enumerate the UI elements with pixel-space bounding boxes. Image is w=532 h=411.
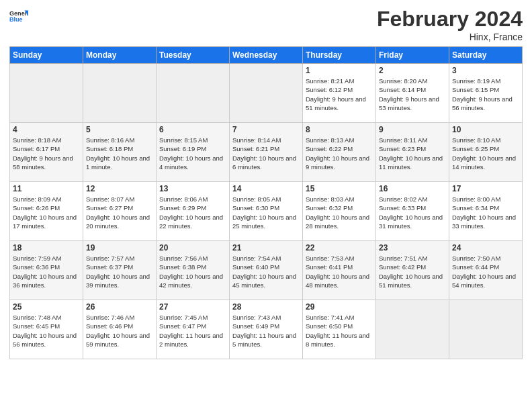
day-number: 7 <box>232 125 300 134</box>
calendar-header-row: Sunday Monday Tuesday Wednesday Thursday… <box>10 47 523 64</box>
table-row: 9Sunrise: 8:11 AM Sunset: 6:23 PM Daylig… <box>376 123 449 182</box>
table-row: 2Sunrise: 8:20 AM Sunset: 6:14 PM Daylig… <box>376 64 449 123</box>
day-number: 12 <box>86 184 153 193</box>
location: Hinx, France <box>377 32 523 42</box>
col-saturday: Saturday <box>449 47 523 64</box>
day-info: Sunrise: 8:20 AM Sunset: 6:14 PM Dayligh… <box>379 77 446 112</box>
day-number: 14 <box>232 184 300 193</box>
day-number: 28 <box>232 302 300 312</box>
day-info: Sunrise: 7:45 AM Sunset: 6:47 PM Dayligh… <box>159 313 226 349</box>
table-row: 19Sunrise: 7:57 AM Sunset: 6:37 PM Dayli… <box>83 241 157 300</box>
day-info: Sunrise: 7:56 AM Sunset: 6:38 PM Dayligh… <box>159 254 226 289</box>
calendar-week-row: 4Sunrise: 8:18 AM Sunset: 6:17 PM Daylig… <box>10 123 523 182</box>
day-number: 21 <box>232 243 300 253</box>
table-row: 1Sunrise: 8:21 AM Sunset: 6:12 PM Daylig… <box>303 64 376 123</box>
day-number: 3 <box>452 66 519 75</box>
table-row: 28Sunrise: 7:43 AM Sunset: 6:49 PM Dayli… <box>230 300 303 359</box>
table-row: 29Sunrise: 7:41 AM Sunset: 6:50 PM Dayli… <box>303 300 376 359</box>
table-row: 27Sunrise: 7:45 AM Sunset: 6:47 PM Dayli… <box>157 300 230 359</box>
calendar-week-row: 18Sunrise: 7:59 AM Sunset: 6:36 PM Dayli… <box>10 241 523 300</box>
table-row: 11Sunrise: 8:09 AM Sunset: 6:26 PM Dayli… <box>10 182 83 241</box>
day-info: Sunrise: 8:13 AM Sunset: 6:22 PM Dayligh… <box>306 136 373 171</box>
day-info: Sunrise: 8:11 AM Sunset: 6:23 PM Dayligh… <box>379 136 446 171</box>
table-row <box>10 64 83 123</box>
day-number: 16 <box>379 184 446 193</box>
day-number: 26 <box>86 302 153 312</box>
day-number: 1 <box>306 66 373 75</box>
day-number: 8 <box>306 125 373 134</box>
day-info: Sunrise: 7:41 AM Sunset: 6:50 PM Dayligh… <box>306 313 373 349</box>
day-info: Sunrise: 8:18 AM Sunset: 6:17 PM Dayligh… <box>13 136 80 171</box>
day-info: Sunrise: 8:02 AM Sunset: 6:33 PM Dayligh… <box>379 195 446 230</box>
day-info: Sunrise: 8:07 AM Sunset: 6:27 PM Dayligh… <box>86 195 153 230</box>
day-info: Sunrise: 8:00 AM Sunset: 6:34 PM Dayligh… <box>452 195 519 230</box>
day-number: 4 <box>13 125 80 134</box>
table-row: 17Sunrise: 8:00 AM Sunset: 6:34 PM Dayli… <box>449 182 523 241</box>
table-row: 26Sunrise: 7:46 AM Sunset: 6:46 PM Dayli… <box>83 300 157 359</box>
day-info: Sunrise: 8:10 AM Sunset: 6:25 PM Dayligh… <box>452 136 519 171</box>
day-number: 25 <box>13 302 80 312</box>
table-row: 15Sunrise: 8:03 AM Sunset: 6:32 PM Dayli… <box>303 182 376 241</box>
day-info: Sunrise: 8:06 AM Sunset: 6:29 PM Dayligh… <box>159 195 226 230</box>
table-row: 6Sunrise: 8:15 AM Sunset: 6:19 PM Daylig… <box>157 123 230 182</box>
day-info: Sunrise: 8:16 AM Sunset: 6:18 PM Dayligh… <box>86 136 153 171</box>
day-info: Sunrise: 8:19 AM Sunset: 6:15 PM Dayligh… <box>452 77 519 112</box>
logo: General Blue <box>9 7 31 26</box>
day-number: 27 <box>159 302 226 312</box>
col-friday: Friday <box>376 47 449 64</box>
day-info: Sunrise: 8:21 AM Sunset: 6:12 PM Dayligh… <box>306 77 373 112</box>
day-number: 13 <box>159 184 226 193</box>
table-row: 14Sunrise: 8:05 AM Sunset: 6:30 PM Dayli… <box>230 182 303 241</box>
table-row: 23Sunrise: 7:51 AM Sunset: 6:42 PM Dayli… <box>376 241 449 300</box>
table-row: 8Sunrise: 8:13 AM Sunset: 6:22 PM Daylig… <box>303 123 376 182</box>
day-number: 29 <box>306 302 373 312</box>
table-row: 16Sunrise: 8:02 AM Sunset: 6:33 PM Dayli… <box>376 182 449 241</box>
table-row: 13Sunrise: 8:06 AM Sunset: 6:29 PM Dayli… <box>157 182 230 241</box>
calendar-week-row: 25Sunrise: 7:48 AM Sunset: 6:45 PM Dayli… <box>10 300 523 359</box>
col-tuesday: Tuesday <box>157 47 230 64</box>
day-number: 20 <box>159 243 226 253</box>
page-container: General Blue February 2024 Hinx, France … <box>0 0 532 366</box>
table-row: 22Sunrise: 7:53 AM Sunset: 6:41 PM Dayli… <box>303 241 376 300</box>
table-row <box>376 300 449 359</box>
table-row: 4Sunrise: 8:18 AM Sunset: 6:17 PM Daylig… <box>10 123 83 182</box>
table-row: 3Sunrise: 8:19 AM Sunset: 6:15 PM Daylig… <box>449 64 523 123</box>
day-number: 22 <box>306 243 373 253</box>
table-row <box>157 64 230 123</box>
day-number: 15 <box>306 184 373 193</box>
month-title: February 2024 <box>377 7 523 32</box>
day-number: 17 <box>452 184 519 193</box>
table-row: 21Sunrise: 7:54 AM Sunset: 6:40 PM Dayli… <box>230 241 303 300</box>
table-row: 25Sunrise: 7:48 AM Sunset: 6:45 PM Dayli… <box>10 300 83 359</box>
day-number: 5 <box>86 125 153 134</box>
day-info: Sunrise: 8:03 AM Sunset: 6:32 PM Dayligh… <box>306 195 373 230</box>
day-number: 18 <box>13 243 80 253</box>
table-row: 18Sunrise: 7:59 AM Sunset: 6:36 PM Dayli… <box>10 241 83 300</box>
table-row: 24Sunrise: 7:50 AM Sunset: 6:44 PM Dayli… <box>449 241 523 300</box>
day-number: 6 <box>159 125 226 134</box>
col-wednesday: Wednesday <box>230 47 303 64</box>
day-info: Sunrise: 7:51 AM Sunset: 6:42 PM Dayligh… <box>379 254 446 289</box>
table-row: 20Sunrise: 7:56 AM Sunset: 6:38 PM Dayli… <box>157 241 230 300</box>
day-number: 11 <box>13 184 80 193</box>
day-number: 19 <box>86 243 153 253</box>
day-info: Sunrise: 7:48 AM Sunset: 6:45 PM Dayligh… <box>13 313 80 349</box>
title-block: February 2024 Hinx, France <box>377 7 523 42</box>
col-monday: Monday <box>83 47 157 64</box>
day-number: 10 <box>452 125 519 134</box>
day-info: Sunrise: 7:59 AM Sunset: 6:36 PM Dayligh… <box>13 254 80 289</box>
svg-text:Blue: Blue <box>9 16 23 23</box>
day-info: Sunrise: 8:14 AM Sunset: 6:21 PM Dayligh… <box>232 136 300 171</box>
day-info: Sunrise: 7:43 AM Sunset: 6:49 PM Dayligh… <box>232 313 300 349</box>
day-number: 23 <box>379 243 446 253</box>
table-row: 12Sunrise: 8:07 AM Sunset: 6:27 PM Dayli… <box>83 182 157 241</box>
day-info: Sunrise: 7:57 AM Sunset: 6:37 PM Dayligh… <box>86 254 153 289</box>
day-info: Sunrise: 8:15 AM Sunset: 6:19 PM Dayligh… <box>159 136 226 171</box>
calendar-week-row: 1Sunrise: 8:21 AM Sunset: 6:12 PM Daylig… <box>10 64 523 123</box>
table-row: 10Sunrise: 8:10 AM Sunset: 6:25 PM Dayli… <box>449 123 523 182</box>
day-info: Sunrise: 8:05 AM Sunset: 6:30 PM Dayligh… <box>232 195 300 230</box>
day-info: Sunrise: 8:09 AM Sunset: 6:26 PM Dayligh… <box>13 195 80 230</box>
day-info: Sunrise: 7:46 AM Sunset: 6:46 PM Dayligh… <box>86 313 153 349</box>
day-number: 2 <box>379 66 446 75</box>
calendar-table: Sunday Monday Tuesday Wednesday Thursday… <box>9 46 523 359</box>
